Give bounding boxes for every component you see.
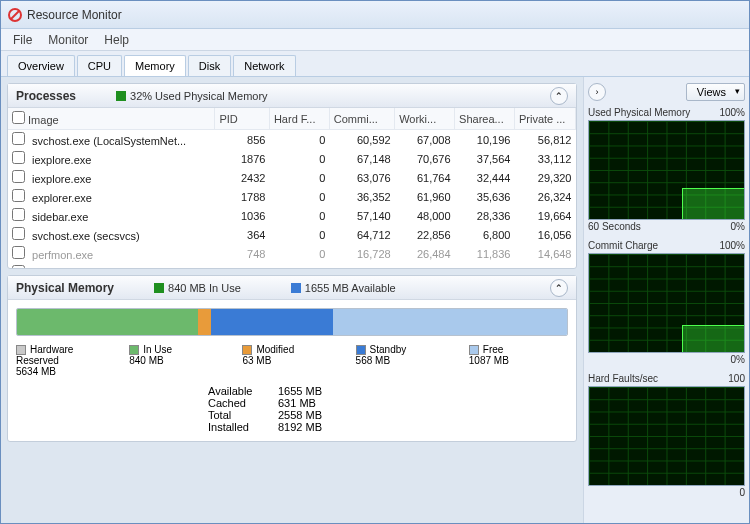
bar-free (333, 309, 567, 335)
chart-faults: Hard Faults/sec100 0 (588, 373, 745, 498)
memory-stats: Available1655 MB Cached631 MB Total2558 … (8, 383, 576, 441)
col-hard[interactable]: Hard F... (269, 108, 329, 130)
physmem-title: Physical Memory (16, 281, 114, 295)
col-shareable[interactable]: Sharea... (455, 108, 515, 130)
stat-available-v: 1655 MB (278, 385, 322, 397)
row-checkbox[interactable] (12, 265, 25, 268)
views-dropdown[interactable]: Views (686, 83, 745, 101)
menu-help[interactable]: Help (96, 30, 137, 50)
charts-collapse-button[interactable]: › (588, 83, 606, 101)
memory-icon (116, 91, 126, 101)
col-image[interactable]: Image (28, 114, 59, 126)
tab-bar: Overview CPU Memory Disk Network (1, 51, 749, 77)
bar-inuse (17, 309, 198, 335)
inuse-icon (154, 283, 164, 293)
row-checkbox[interactable] (12, 227, 25, 240)
col-pid[interactable]: PID (215, 108, 269, 130)
row-checkbox[interactable] (12, 208, 25, 221)
stat-total-v: 2558 MB (278, 409, 322, 421)
table-row[interactable]: svchost.exe (secsvcs)364064,71222,8566,8… (8, 225, 576, 244)
table-row[interactable]: svchost.exe (LocalSystemNet...856060,592… (8, 130, 576, 150)
title-bar: Resource Monitor (1, 1, 749, 29)
app-icon (7, 7, 23, 23)
stat-cached-k: Cached (208, 397, 278, 409)
menu-bar: File Monitor Help (1, 29, 749, 51)
tab-cpu[interactable]: CPU (77, 55, 122, 76)
col-commit[interactable]: Commi... (329, 108, 394, 130)
select-all-checkbox[interactable] (12, 111, 25, 124)
col-private[interactable]: Private ... (514, 108, 575, 130)
chart-used-memory: Used Physical Memory100% 60 Seconds0% (588, 107, 745, 232)
col-working[interactable]: Worki... (395, 108, 455, 130)
table-row[interactable]: iexplore.exe2432063,07661,76432,44429,32… (8, 168, 576, 187)
row-checkbox[interactable] (12, 132, 25, 145)
legend-standby-label: Standby (370, 344, 407, 355)
table-row[interactable]: iexplore.exe1876067,14870,67637,56433,11… (8, 149, 576, 168)
menu-monitor[interactable]: Monitor (40, 30, 96, 50)
tab-memory[interactable]: Memory (124, 55, 186, 76)
tab-disk[interactable]: Disk (188, 55, 231, 76)
physmem-available: 1655 MB Available (305, 282, 396, 294)
available-icon (291, 283, 301, 293)
chart-used-title: Used Physical Memory (588, 107, 690, 118)
chart-faults-max: 100 (728, 373, 745, 384)
chart-faults-title: Hard Faults/sec (588, 373, 658, 384)
menu-file[interactable]: File (5, 30, 40, 50)
row-checkbox[interactable] (12, 170, 25, 183)
processes-summary: 32% Used Physical Memory (130, 90, 268, 102)
row-checkbox[interactable] (12, 151, 25, 164)
physical-memory-panel: Physical Memory 840 MB In Use 1655 MB Av… (7, 275, 577, 442)
chart-commit-title: Commit Charge (588, 240, 658, 251)
processes-panel: Processes 32% Used Physical Memory ⌃ Ima… (7, 83, 577, 269)
tab-overview[interactable]: Overview (7, 55, 75, 76)
table-row[interactable]: perfmon.exe748016,72826,48411,83614,648 (8, 244, 576, 263)
stat-total-k: Total (208, 409, 278, 421)
table-row[interactable]: explorer.exe1788036,35261,96035,63626,32… (8, 187, 576, 206)
physmem-collapse-button[interactable]: ⌃ (550, 279, 568, 297)
memory-bar (16, 308, 568, 336)
chart-used-footR: 0% (731, 221, 745, 232)
legend-modified-label: Modified (256, 344, 294, 355)
legend-inuse-label: In Use (143, 344, 172, 355)
svg-line-1 (11, 11, 19, 19)
memory-legend: Hardware Reserved5634 MB In Use840 MB Mo… (8, 344, 576, 383)
stat-cached-v: 631 MB (278, 397, 316, 409)
processes-collapse-button[interactable]: ⌃ (550, 87, 568, 105)
chart-used-max: 100% (719, 107, 745, 118)
chart-faults-footR: 0 (739, 487, 745, 498)
stat-available-k: Available (208, 385, 278, 397)
table-row[interactable]: svchost.exe (netsvcs)900017,58832,91218,… (8, 263, 576, 268)
row-checkbox[interactable] (12, 189, 25, 202)
row-checkbox[interactable] (12, 246, 25, 259)
legend-standby-value: 568 MB (356, 355, 390, 366)
legend-free-value: 1087 MB (469, 355, 509, 366)
chart-commit-max: 100% (719, 240, 745, 251)
charts-pane: › Views Used Physical Memory100% 60 Seco… (583, 77, 749, 523)
chart-commit: Commit Charge100% 0% (588, 240, 745, 365)
bar-standby (211, 309, 333, 335)
legend-inuse-value: 840 MB (129, 355, 163, 366)
window-title: Resource Monitor (27, 8, 122, 22)
legend-free-label: Free (483, 344, 504, 355)
processes-table: Image PID Hard F... Commi... Worki... Sh… (8, 108, 576, 268)
chart-commit-footR: 0% (731, 354, 745, 365)
physmem-inuse: 840 MB In Use (168, 282, 241, 294)
processes-title: Processes (16, 89, 76, 103)
table-row[interactable]: sidebar.exe1036057,14048,00028,33619,664 (8, 206, 576, 225)
legend-hardware-value: 5634 MB (16, 366, 56, 377)
chart-used-footL: 60 Seconds (588, 221, 641, 232)
tab-network[interactable]: Network (233, 55, 295, 76)
stat-installed-k: Installed (208, 421, 278, 433)
stat-installed-v: 8192 MB (278, 421, 322, 433)
bar-modified (198, 309, 212, 335)
legend-modified-value: 63 MB (242, 355, 271, 366)
